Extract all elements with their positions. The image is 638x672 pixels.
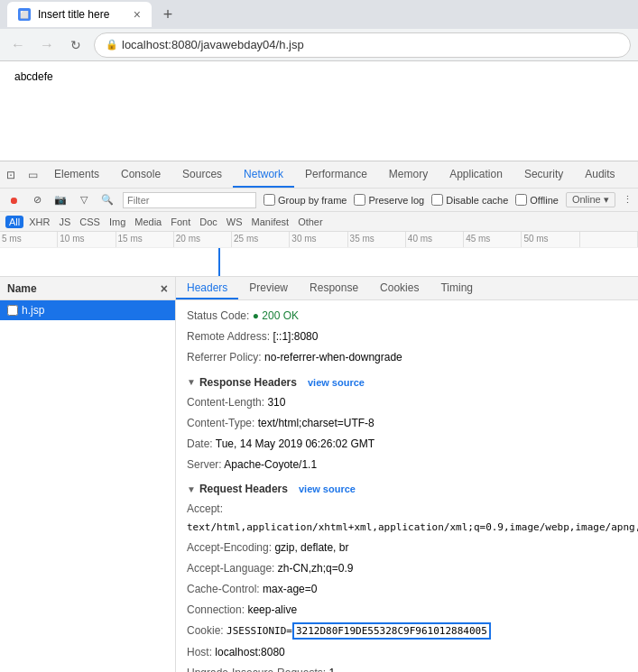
tick-20ms: 20 ms [174, 232, 232, 247]
filter-font[interactable]: Font [167, 216, 194, 228]
tick-5ms: 5 ms [0, 232, 58, 247]
timeline: 5 ms 10 ms 15 ms 20 ms 25 ms 30 ms 35 ms… [0, 232, 638, 277]
tab-elements[interactable]: Elements [43, 161, 110, 188]
address-bar: ← → ↻ 🔒 localhost:8080/javawebday04/h.js… [0, 29, 638, 61]
triangle-icon: ▼ [187, 377, 196, 387]
req-accept: Accept: text/html,application/xhtml+xml,… [187, 499, 627, 537]
tab-close-button[interactable]: × [134, 7, 141, 22]
tab-audits[interactable]: Audits [574, 161, 625, 188]
detail-tab-cookies[interactable]: Cookies [369, 277, 430, 299]
tick-25ms: 25 ms [232, 232, 290, 247]
offline-label[interactable]: Offline [515, 194, 559, 206]
req-accept-encoding: Accept-Encoding: gzip, deflate, br [187, 538, 627, 558]
filter-manifest[interactable]: Manifest [248, 216, 293, 228]
filter-doc[interactable]: Doc [196, 216, 221, 228]
tick-30ms: 30 ms [290, 232, 347, 247]
page-content: abcdefe [0, 61, 638, 161]
tab-memory[interactable]: Memory [378, 161, 439, 188]
preserve-log-label[interactable]: Preserve log [354, 194, 424, 206]
resp-date: Date: Tue, 14 May 2019 06:26:02 GMT [187, 434, 627, 455]
detail-tab-headers[interactable]: Headers [176, 277, 238, 299]
req-upgrade: Upgrade-Insecure-Requests: 1 [187, 663, 627, 672]
req-connection: Connection: keep-alive [187, 600, 627, 621]
page-text: abcdefe [14, 70, 53, 83]
name-panel-header: Name × [0, 277, 175, 300]
preserve-log-checkbox[interactable] [354, 194, 365, 206]
req-cookie: Cookie: JSESSIONID=3212D80F19DE55328C9F9… [187, 621, 627, 641]
filter-css[interactable]: CSS [76, 216, 104, 228]
filter-other[interactable]: Other [294, 216, 327, 228]
camera-icon[interactable]: 📷 [52, 192, 69, 208]
detail-tab-timing[interactable]: Timing [430, 277, 484, 299]
disable-cache-checkbox[interactable] [431, 194, 443, 206]
close-detail-panel[interactable]: × [161, 281, 168, 296]
detail-tab-response[interactable]: Response [299, 277, 369, 299]
timeline-bar-area [0, 248, 638, 277]
filter-input[interactable] [123, 192, 256, 208]
hide-data-urls-checkbox[interactable] [264, 194, 275, 206]
new-tab-button[interactable]: + [155, 2, 180, 27]
reload-button[interactable]: ↻ [65, 34, 87, 56]
tick-50ms: 50 ms [522, 232, 579, 247]
offline-checkbox[interactable] [515, 194, 527, 206]
online-dropdown[interactable]: Online ▾ [566, 192, 615, 207]
tab-performance[interactable]: Performance [294, 161, 378, 188]
triangle-icon-req: ▼ [187, 484, 196, 494]
req-cache-control: Cache-Control: max-age=0 [187, 579, 627, 600]
resp-server: Server: Apache-Coyote/1.1 [187, 455, 627, 475]
device-toolbar-icon[interactable]: ▭ [22, 164, 43, 186]
tab-console[interactable]: Console [110, 161, 171, 188]
search-icon[interactable]: 🔍 [99, 192, 116, 208]
filter-all[interactable]: All [5, 216, 23, 228]
name-column-header: Name [7, 282, 37, 295]
tick-10ms: 10 ms [58, 232, 116, 247]
detail-panel: Headers Preview Response Cookies Timing … [176, 277, 638, 672]
filter-xhr[interactable]: XHR [25, 216, 53, 228]
status-label: Status Code: [187, 309, 249, 322]
filter-js[interactable]: JS [55, 216, 74, 228]
detail-tabs: Headers Preview Response Cookies Timing [176, 277, 638, 300]
response-headers-section[interactable]: ▼ Response Headers view source [187, 376, 627, 389]
tab-favicon: ⬜ [18, 8, 31, 21]
item-name: h.jsp [22, 304, 44, 317]
cookie-label: Cookie: [187, 624, 224, 637]
filter-img[interactable]: Img [106, 216, 129, 228]
filter-icon[interactable]: ▽ [76, 192, 92, 208]
tab-network[interactable]: Network [233, 161, 294, 188]
tab-application[interactable]: Application [439, 161, 513, 188]
clear-icon[interactable]: ⊘ [29, 192, 45, 208]
devtools-tabs: ⊡ ▭ Elements Console Sources Network Per… [0, 161, 638, 189]
request-view-source[interactable]: view source [299, 483, 356, 494]
back-button[interactable]: ← [7, 34, 29, 56]
hide-data-urls-label[interactable]: Group by frame [264, 194, 347, 206]
request-headers-section[interactable]: ▼ Request Headers view source [187, 483, 627, 495]
tick-35ms: 35 ms [348, 232, 406, 247]
filter-media[interactable]: Media [131, 216, 165, 228]
name-panel: Name × h.jsp [0, 277, 176, 672]
more-options[interactable]: ⋮ [623, 194, 633, 206]
inspect-element-icon[interactable]: ⊡ [0, 164, 22, 186]
devtools-main: Name × h.jsp Headers Preview Response Co… [0, 277, 638, 672]
remote-label: Remote Address: [187, 330, 270, 343]
item-checkbox[interactable] [7, 305, 18, 316]
record-icon[interactable]: ⏺ [5, 192, 22, 208]
tick-40ms: 40 ms [406, 232, 464, 247]
filter-ws[interactable]: WS [223, 216, 246, 228]
cookie-highlight: 3212D80F19DE55328C9F961012884005 [292, 622, 491, 640]
detail-tab-preview[interactable]: Preview [238, 277, 299, 299]
lock-icon: 🔒 [106, 39, 118, 51]
url-bar[interactable]: 🔒 localhost:8080/javawebday04/h.jsp [94, 32, 631, 58]
browser-tab[interactable]: ⬜ Insert title here × [7, 2, 152, 27]
referrer-label: Referrer Policy: [187, 351, 262, 364]
forward-button[interactable]: → [36, 34, 58, 56]
network-item-hjsp[interactable]: h.jsp [0, 300, 175, 320]
tab-title: Insert title here [38, 8, 109, 21]
response-view-source[interactable]: view source [308, 377, 365, 388]
remote-value: [::1]:8080 [273, 330, 318, 343]
req-host: Host: localhost:8080 [187, 642, 627, 663]
tab-sources[interactable]: Sources [171, 161, 233, 188]
tab-security[interactable]: Security [513, 161, 574, 188]
disable-cache-label[interactable]: Disable cache [431, 194, 508, 206]
tick-end [580, 232, 638, 247]
tick-15ms: 15 ms [116, 232, 174, 247]
